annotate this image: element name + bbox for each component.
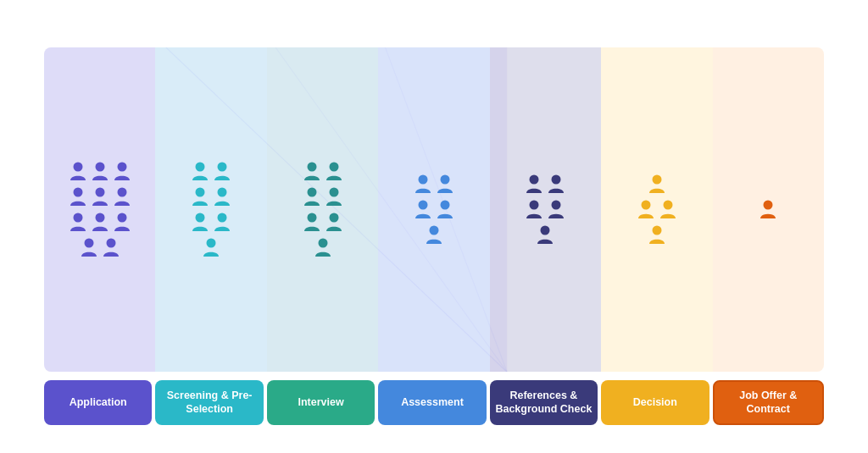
icon-row	[648, 224, 666, 246]
svg-point-40	[641, 201, 650, 210]
icon-row	[69, 211, 131, 233]
icons-references	[521, 166, 569, 252]
svg-point-35	[552, 175, 561, 185]
person-icon	[648, 173, 666, 195]
svg-point-19	[196, 213, 205, 223]
icon-row	[536, 224, 554, 246]
person-icon	[191, 160, 209, 182]
label-application: Application	[44, 380, 152, 425]
label-text-references: References & Background Check	[493, 389, 594, 417]
person-icon	[202, 236, 220, 258]
person-icon	[525, 173, 543, 195]
person-icon	[547, 198, 565, 220]
person-icon	[637, 198, 655, 220]
svg-point-22	[307, 163, 316, 172]
icon-row	[414, 198, 454, 220]
person-icon	[525, 198, 543, 220]
label-text-assessment: Assessment	[401, 395, 464, 409]
svg-point-31	[418, 201, 427, 210]
icons-application	[65, 153, 135, 265]
icon-row	[425, 224, 443, 246]
svg-point-26	[307, 213, 316, 223]
person-icon	[213, 185, 231, 207]
person-icon	[91, 211, 109, 233]
label-screening: Screening & Pre-Selection	[155, 380, 263, 425]
icons-screening	[187, 153, 235, 265]
person-icon	[91, 160, 109, 182]
svg-point-24	[307, 188, 316, 197]
columns-container	[44, 47, 824, 373]
person-icon	[325, 185, 343, 207]
icons-decision	[633, 166, 681, 252]
label-interview: Interview	[267, 380, 375, 425]
person-icon	[91, 185, 109, 207]
label-job-offer: Job Offer & Contract	[713, 380, 824, 425]
person-icon	[303, 211, 321, 233]
person-icon	[314, 236, 332, 258]
icon-row	[191, 211, 231, 233]
person-icon	[436, 173, 454, 195]
icon-row	[303, 211, 343, 233]
svg-point-21	[207, 239, 216, 248]
icon-row	[191, 185, 231, 207]
label-text-decision: Decision	[633, 395, 677, 409]
icon-row	[314, 236, 332, 258]
person-icon	[436, 198, 454, 220]
svg-point-30	[440, 175, 449, 185]
icon-row	[525, 198, 565, 220]
icons-interview	[299, 153, 347, 265]
col-screening	[155, 47, 266, 373]
icon-row	[759, 198, 777, 220]
label-assessment: Assessment	[378, 380, 486, 425]
svg-point-6	[117, 163, 126, 172]
person-icon	[759, 198, 777, 220]
person-icon	[325, 160, 343, 182]
svg-point-12	[117, 213, 126, 223]
svg-point-28	[318, 239, 327, 248]
icon-row	[69, 185, 131, 207]
person-icon	[102, 236, 120, 258]
person-icon	[303, 160, 321, 182]
icon-row	[303, 185, 343, 207]
icons-assessment	[410, 166, 458, 252]
svg-point-15	[196, 163, 205, 172]
svg-point-13	[84, 239, 93, 248]
icon-row	[414, 173, 454, 195]
svg-point-8	[95, 188, 104, 197]
person-icon	[113, 211, 131, 233]
label-references: References & Background Check	[490, 380, 598, 425]
col-application	[44, 47, 155, 373]
col-interview	[267, 47, 378, 373]
svg-point-25	[329, 188, 338, 197]
icon-row	[69, 160, 131, 182]
person-icon	[659, 198, 677, 220]
svg-point-18	[218, 188, 227, 197]
icon-row	[191, 160, 231, 182]
svg-point-32	[440, 201, 449, 210]
person-icon	[547, 173, 565, 195]
svg-point-36	[530, 201, 539, 210]
person-icon	[414, 198, 432, 220]
person-icon	[113, 185, 131, 207]
person-icon	[536, 224, 554, 246]
diagram-area: ApplicationScreening & Pre-SelectionInte…	[44, 47, 824, 425]
svg-point-5	[95, 163, 104, 172]
labels-row: ApplicationScreening & Pre-SelectionInte…	[44, 380, 824, 425]
person-icon	[80, 236, 98, 258]
svg-point-37	[552, 201, 561, 210]
person-icon	[648, 224, 666, 246]
icon-row	[637, 198, 677, 220]
page-container: ApplicationScreening & Pre-SelectionInte…	[27, 15, 841, 439]
label-text-job-offer: Job Offer & Contract	[718, 389, 819, 417]
svg-point-38	[541, 226, 550, 235]
icon-row	[525, 173, 565, 195]
person-icon	[303, 185, 321, 207]
svg-point-11	[95, 213, 104, 223]
svg-point-20	[218, 213, 227, 223]
svg-point-43	[764, 201, 773, 210]
svg-point-4	[73, 163, 82, 172]
icon-row	[80, 236, 120, 258]
person-icon	[113, 160, 131, 182]
icons-job-offer	[755, 191, 781, 227]
svg-point-33	[429, 226, 438, 235]
